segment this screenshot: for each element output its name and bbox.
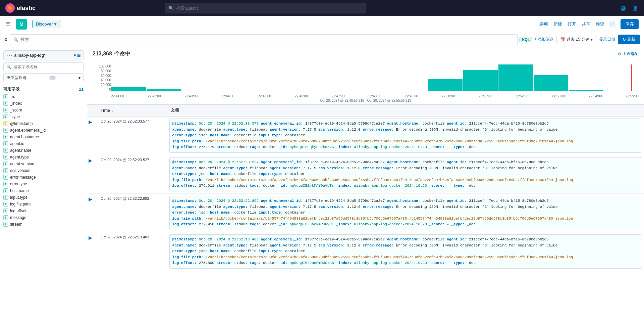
sidebar-field-item[interactable]: fmessage	[0, 214, 87, 221]
refresh-button[interactable]: ↻ 刷新	[618, 35, 640, 44]
sidebar-field-item[interactable]: fagent.hostname	[0, 134, 87, 140]
filter-toggle-button[interactable]: ⚙	[4, 37, 8, 42]
time-column-header[interactable]: Time ↓	[97, 105, 167, 116]
row-expand-button[interactable]: ▶	[87, 117, 94, 127]
field-list: f_idf_indexf_scoref_typet@timestampfagen…	[0, 93, 87, 320]
nav-right-icons: 🌐 👤	[620, 5, 639, 11]
x-axis-label: 22:52:00	[515, 94, 528, 98]
chart-bar	[111, 87, 146, 91]
x-axis-label: 22:46:00	[295, 94, 308, 98]
filter-bar-left: ⚙ 🔍 KQL + 添加筛选	[4, 34, 554, 45]
sidebar-field-item[interactable]: fagent.name	[0, 147, 87, 154]
field-name-label: agent.ephemeral_id	[10, 128, 46, 133]
sidebar-field-item[interactable]: f_score	[0, 107, 87, 113]
available-fields-header: 可用字段 21	[0, 85, 87, 93]
time-range-label: 过去 15 分钟	[567, 37, 589, 42]
index-dots: ···	[6, 52, 13, 58]
sidebar-search[interactable]: 🔍	[3, 62, 84, 71]
field-type-badge: f	[3, 155, 8, 159]
doc-cell: @timestamp: Oct 20, 2024 @ 22:52:33.577 …	[167, 116, 644, 155]
sidebar-field-item[interactable]: fagent.type	[0, 154, 87, 161]
sidebar-field-item[interactable]: fagent.id	[0, 140, 87, 147]
field-name-label: log.file.path	[10, 202, 31, 207]
type-filter[interactable]: 按类型筛选 0 ▾	[3, 73, 84, 82]
search-input[interactable]	[20, 37, 514, 42]
sidebar-field-item[interactable]: fstream	[0, 221, 87, 228]
new-button[interactable]: 新建	[553, 21, 562, 27]
row-expand-button[interactable]: ▶	[87, 232, 94, 243]
table-row: ▶Oct 20, 2024 @ 22:52:33.577@timestamp: …	[87, 116, 644, 155]
user-icon[interactable]: 👤	[632, 5, 639, 11]
elastic-logo-icon: 🔶	[5, 3, 15, 13]
chart-inner: 100,00080,00060,00040,00020,0000 22:41:0…	[93, 64, 639, 98]
help-icon[interactable]: 🌐	[620, 5, 627, 11]
chart-area: 100,00080,00060,00040,00020,0000 22:41:0…	[87, 61, 644, 105]
sidebar-field-item[interactable]: flog.file.path	[0, 201, 87, 208]
calendar-icon: 📅	[560, 37, 565, 42]
field-type-badge: f	[3, 209, 8, 213]
chart-bar	[428, 79, 463, 91]
field-name-label: _index	[10, 101, 22, 106]
options-button[interactable]: 选项	[539, 21, 548, 27]
sidebar-field-item[interactable]: fhost.name	[0, 187, 87, 194]
field-name-label: @timestamp	[10, 121, 33, 126]
hamburger-menu[interactable]: ☰	[5, 20, 11, 28]
sidebar-field-item[interactable]: fecs.version	[0, 167, 87, 174]
sidebar: ··· alibaby-app-log* ▾ ⊞ 🔍 按类型筛选 0 ▾ 可用字…	[0, 47, 87, 320]
sidebar-field-item[interactable]: fagent.ephemeral_id	[0, 127, 87, 134]
field-type-badge: f	[3, 222, 8, 227]
chart-options-button[interactable]: ⚙ 图表选项	[618, 51, 639, 57]
sidebar-field-item[interactable]: f_index	[0, 100, 87, 107]
sidebar-field-item[interactable]: finput.type	[0, 194, 87, 201]
share-button[interactable]: 共享	[582, 21, 590, 27]
elastic-logo[interactable]: 🔶 elastic	[5, 3, 36, 13]
sort-down-icon: ↓	[111, 108, 113, 113]
doc-content: @timestamp: Oct 20, 2024 @ 22:52:33.577 …	[169, 119, 641, 153]
sidebar-field-item[interactable]: t@timestamp	[0, 120, 87, 127]
kql-badge[interactable]: KQL	[520, 37, 532, 42]
add-filter-button[interactable]: + 添加筛选	[534, 37, 554, 42]
sidebar-field-item[interactable]: flog.offset	[0, 208, 87, 214]
sidebar-field-item[interactable]: fagent.version	[0, 161, 87, 167]
global-search-bar[interactable]: 🔍	[165, 3, 366, 13]
global-search-input[interactable]	[176, 6, 362, 11]
row-expand-button[interactable]: ▶	[87, 194, 94, 204]
time-picker[interactable]: 📅 过去 15 分钟 ▾	[556, 35, 596, 44]
x-axis-label: 22:50:00	[442, 94, 455, 98]
open-button[interactable]: 打开	[568, 21, 576, 27]
app-icon-button[interactable]: M	[16, 19, 27, 30]
sidebar-field-item[interactable]: ferror.type	[0, 181, 87, 187]
type-filter-count: 0	[49, 76, 55, 80]
app-name-discover-button[interactable]: Discover ▾	[32, 20, 60, 28]
refresh-icon: ↻	[623, 37, 626, 42]
doc-column-header: 文档	[167, 105, 644, 116]
show-date-button[interactable]: 显示日期	[599, 37, 615, 42]
field-name-label: ecs.version	[10, 168, 31, 173]
row-expand-button[interactable]: ▶	[87, 155, 94, 166]
main-area: ··· alibaby-app-log* ▾ ⊞ 🔍 按类型筛选 0 ▾ 可用字…	[0, 47, 644, 320]
field-name-label: agent.id	[10, 141, 24, 146]
chart-bar	[498, 64, 533, 91]
field-name-label: input.type	[10, 195, 28, 200]
sidebar-field-item[interactable]: f_type	[0, 113, 87, 120]
sidebar-field-item[interactable]: f_id	[0, 93, 87, 100]
index-name-label: alibaby-app-log*	[14, 53, 45, 58]
search-bar-container[interactable]: 🔍	[10, 34, 518, 45]
doc-content: @timestamp: Oct 20, 2024 @ 22:52:13.483 …	[169, 234, 641, 269]
index-selector[interactable]: ··· alibaby-app-log* ▾ ⊞	[3, 50, 84, 60]
expand-column-header	[87, 105, 97, 116]
filter-bar-right: 📅 过去 15 分钟 ▾ 显示日期 ↻ 刷新	[556, 35, 640, 44]
sidebar-field-item[interactable]: ferror.message	[0, 174, 87, 181]
field-search-input[interactable]	[13, 64, 80, 69]
field-type-badge: f	[3, 202, 8, 207]
x-axis-label: 22:49:00	[405, 94, 418, 98]
search-bar-icon: 🔍	[13, 37, 18, 42]
available-fields-label: 可用字段	[3, 86, 19, 92]
y-axis-label: 20,000	[93, 83, 111, 87]
field-name-label: _score	[10, 108, 22, 112]
inspect-button[interactable]: 检查	[596, 21, 604, 27]
x-axis-label: 22:45:00	[258, 94, 271, 98]
app-name-label: Discover	[36, 21, 53, 27]
save-button[interactable]: 保存	[621, 19, 639, 29]
field-name-label: agent.name	[10, 148, 31, 153]
